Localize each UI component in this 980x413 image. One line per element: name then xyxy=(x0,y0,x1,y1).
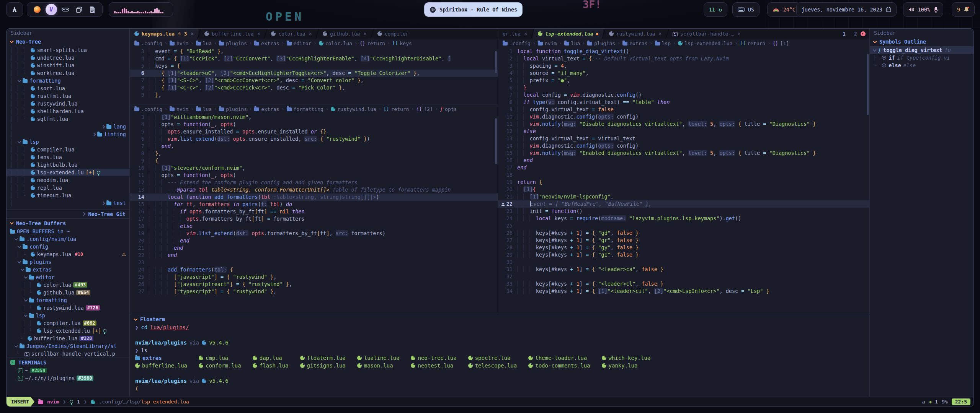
code-line[interactable]: 9▏ ▏ config.virtual_text = false xyxy=(498,106,869,113)
tab[interactable]: bufferline.lua× xyxy=(200,29,265,39)
ls-item[interactable]: neo-tree.lua xyxy=(411,354,456,362)
breadcrumb-item[interactable]: formatting xyxy=(287,106,323,112)
tree-item[interactable]: │ │ compiler.lua#682 xyxy=(7,319,129,327)
breadcrumb-item[interactable]: lua xyxy=(196,106,212,112)
tab[interactable]: compiler xyxy=(373,29,413,39)
tree-item[interactable]: └ bufferline.lua#328 xyxy=(7,335,129,342)
tab[interactable]: scrollbar-handle-…× xyxy=(668,29,745,39)
code-line[interactable]: 7▏ ▏ end, xyxy=(130,143,498,150)
tree-item[interactable]: │ │ │ lens.lua xyxy=(7,153,129,161)
code-line[interactable]: 21▏ ▏ ▏ ▏ end xyxy=(130,244,498,252)
code-line[interactable]: 18▏ ▏ ▏ ▏ ▏ else xyxy=(130,223,498,230)
breadcrumb-item[interactable]: []return xyxy=(740,41,765,46)
tree-item[interactable]: │ lang xyxy=(7,123,129,130)
tree-item[interactable]: │ │ │ repl.lua xyxy=(7,184,129,192)
code-line[interactable]: 25 xyxy=(498,222,869,229)
code-line[interactable]: 24▏ ▏ ▏ local keys = require(modname: "l… xyxy=(498,215,869,222)
close-icon[interactable]: × xyxy=(524,31,527,37)
chevron-right-icon[interactable] xyxy=(101,201,105,205)
code-line[interactable]: 6▏ } xyxy=(498,84,869,91)
breadcrumb-item[interactable]: extras xyxy=(622,41,647,46)
code-line[interactable]: 32 xyxy=(498,273,869,280)
editor-window-color[interactable]: .config›nvim›lua›plugins›extras›editor›c… xyxy=(130,39,498,104)
ls-item[interactable]: mason.lua xyxy=(357,362,400,369)
tree-item[interactable]: plugins xyxy=(7,258,129,266)
gamepad-icon[interactable] xyxy=(60,5,70,15)
tree-item[interactable]: │ └ github.lua#654 xyxy=(7,289,129,296)
code-line[interactable]: 26▏ ▏ ▏ keys[#keys + 1] = { "gd", false … xyxy=(498,229,869,237)
terminals-header[interactable]: TERMINALS xyxy=(7,358,129,367)
breadcrumb-item[interactable]: plugins xyxy=(219,41,247,46)
close-icon[interactable]: × xyxy=(191,31,194,37)
tree-item[interactable]: config xyxy=(7,243,129,250)
date-widget[interactable]: jueves, noviembre 16, 2023 xyxy=(796,2,897,17)
code-line[interactable]: 18 xyxy=(498,171,869,179)
close-all-icon[interactable] xyxy=(861,31,866,36)
code-line[interactable]: 13▏ ▏ ▏ ---@param tbl table<string, conf… xyxy=(130,186,498,193)
code-line[interactable]: 3▏ ▏ spacing = 4, xyxy=(498,62,869,70)
code-line[interactable]: 5▏ ▏ prefix = "●", xyxy=(498,77,869,84)
breadcrumb-item[interactable]: {}return xyxy=(359,41,385,46)
code-line[interactable]: 20▏ ▏ ▏ ▏ ▏ end xyxy=(130,237,498,244)
tree-item[interactable]: │ │ │ lsp-extended.lu[+] xyxy=(7,169,129,176)
ls-item[interactable]: floaterm.lua xyxy=(300,354,346,362)
code-line[interactable]: 21▏ ▏ [1]"neovim/nvim-lspconfig", xyxy=(498,193,869,200)
code-line[interactable]: 14▏ ▏ ▏ local function add_formatters(tb… xyxy=(130,193,498,201)
breadcrumb-item[interactable]: .config xyxy=(134,106,162,112)
code-line[interactable]: 3▏ ▏ [1]"williamboman/mason.nvim", xyxy=(130,114,498,121)
tabpage-number[interactable]: 2 xyxy=(854,31,857,37)
code-line[interactable]: 13▏ ▏ config.virtual_text = virtual_text xyxy=(498,135,869,142)
code-line[interactable]: 27▏ ▏ ▏ ▏ ["typescript"] = { "rustywind"… xyxy=(130,288,498,295)
chevron-down-icon[interactable] xyxy=(15,344,18,348)
code-line[interactable]: 1local function toggle_diag_virtext() xyxy=(498,48,869,55)
tree-item[interactable]: Juegos/Indies/SteamLibrary/st xyxy=(7,342,129,350)
code-line[interactable]: 17end xyxy=(498,164,869,171)
updates-widget[interactable]: 11 xyxy=(704,2,727,17)
tree-item[interactable]: lsp xyxy=(7,312,129,319)
chevron-down-icon[interactable] xyxy=(24,313,28,317)
tree-item[interactable]: │ └ rustywind.lua#726 xyxy=(7,304,129,312)
code-line[interactable]: 20▏ [1]{ xyxy=(498,186,869,193)
tree-item[interactable]: │ formatting xyxy=(7,77,129,85)
chevron-down-icon[interactable] xyxy=(21,267,24,271)
chevron-down-icon[interactable] xyxy=(18,260,21,263)
symbols-outline-header[interactable]: Symbols Outline xyxy=(870,37,973,46)
music-player-widget[interactable]: Spiritbox - Rule Of Nines xyxy=(424,2,523,17)
breadcrumb-item[interactable]: ƒopts xyxy=(440,106,457,112)
code-line[interactable]: 10▏ ▏ [1]"stevearc/conform.nvim", xyxy=(130,164,498,172)
code-line[interactable]: 16▏ end xyxy=(498,157,869,164)
code-line[interactable]: 8▏ }, xyxy=(130,150,498,157)
code-line[interactable]: 22▏ ▏ event = { "BufReadPre", "BufNewFil… xyxy=(498,200,869,208)
ls-item[interactable]: yanky.lua xyxy=(602,362,651,369)
ls-item[interactable]: extras xyxy=(135,354,187,362)
breadcrumb-item[interactable]: []return xyxy=(384,106,409,112)
tree-item[interactable]: │ └ lsp-extended.lu[+] xyxy=(7,327,129,335)
code-line[interactable]: 17▏ ▏ ▏ ▏ ▏ ▏ opts.formatters_by_ft[ft] … xyxy=(130,215,498,223)
code-line[interactable]: 12▏ ▏ ▏ --- Extend the conform plugin co… xyxy=(130,179,498,186)
chevron-down-icon[interactable] xyxy=(24,298,28,302)
tab[interactable]: lsp-extended.lua● xyxy=(533,29,603,39)
code-line[interactable]: 16▏ ▏ ▏ ▏ ▏ if opts.formatters_by_ft[ft]… xyxy=(130,208,498,215)
breadcrumb-item[interactable]: []keys xyxy=(392,41,412,46)
tree-item[interactable]: │ │ └ sqlfmt.lua xyxy=(7,115,129,123)
firefox-icon[interactable] xyxy=(32,5,42,15)
code-line[interactable]: 3▏ event = { "BufRead" }, xyxy=(130,48,498,55)
tree-item[interactable]: │ │ │ rustywind.lua xyxy=(7,100,129,107)
code-line[interactable]: 9▏ }, xyxy=(130,91,498,99)
volume-widget[interactable]: 100% xyxy=(903,2,943,17)
chevron-down-icon[interactable] xyxy=(18,78,21,82)
close-icon[interactable]: × xyxy=(363,31,366,37)
breadcrumb-item[interactable]: {}[1] xyxy=(773,41,789,46)
ls-item[interactable]: bufferline.lua xyxy=(135,362,187,369)
weather-widget[interactable]: 24°C xyxy=(767,2,801,17)
cpu-graph-widget[interactable] xyxy=(109,2,173,17)
tab[interactable]: rustywind.lua× xyxy=(604,29,666,39)
outline-item[interactable]: ƒtoggle_diag_virtextfu xyxy=(870,46,973,54)
chevron-right-icon[interactable] xyxy=(92,132,96,136)
code-line[interactable]: 8▏ ▏ { [1]"<C-c>", [2]"<cmd>CccPick<cr>"… xyxy=(130,84,498,91)
ls-item[interactable]: theme-loader.lua xyxy=(528,354,590,362)
code-line[interactable]: 11▏ ▏ vim.notify(msg: "Disable diagnosti… xyxy=(498,120,869,128)
ls-item[interactable]: which-key.lua xyxy=(602,354,651,362)
breadcrumb-item[interactable]: plugins xyxy=(219,106,247,112)
tab[interactable]: color.lua× xyxy=(266,29,317,39)
